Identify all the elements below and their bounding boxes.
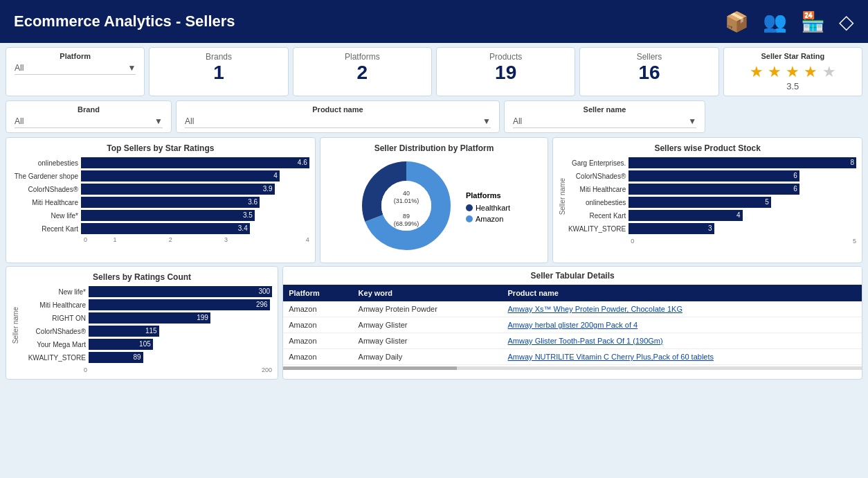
bar-fill: 5 [629, 197, 770, 208]
bar-container: 3 [629, 223, 856, 234]
amazon-legend: Amazon [466, 215, 510, 223]
bar-row: Miti Healthcare 296 [19, 299, 272, 310]
seller-name-vert-label-2: Seller name [12, 307, 19, 344]
store-icon[interactable]: 🏪 [801, 10, 825, 33]
sellers-stock-title: Sellers wise Product Stock [559, 143, 856, 153]
top-sellers-axis: 0 1 2 3 4 [12, 236, 309, 243]
healthkart-dot [466, 204, 473, 211]
platform-filter-label: Platform [15, 52, 136, 60]
star-rating-label: Seller Star Rating [732, 52, 853, 60]
bar-fill: 296 [89, 299, 270, 310]
chevron-down-icon-product: ▼ [482, 116, 491, 126]
products-stat-card: Products 19 [436, 47, 575, 96]
bar-label: ColorNShades® [566, 172, 629, 180]
bar-row: Recent Kart 3.4 [12, 223, 309, 234]
star-display: ★ ★ ★ ★ ★ [732, 63, 853, 81]
bar-row: KWALITY_STORE 89 [19, 352, 272, 363]
seller-name-value: All [513, 116, 522, 126]
product-name-label: Product name [185, 105, 491, 114]
cell-product: Amway Glister Tooth-Past Pack Of 1 (190G… [503, 333, 862, 349]
bar-label: New life* [12, 212, 81, 220]
products-label: Products [445, 52, 566, 62]
ratings-count-content: Seller name New life* 300 Miti Healthcar… [12, 286, 272, 365]
spacer [709, 100, 862, 133]
bar-row: The Gardener shope 4 [12, 170, 309, 182]
col-platform: Platform [283, 285, 352, 301]
bar-value: 4.6 [298, 157, 307, 168]
bar-fill: 115 [89, 326, 159, 337]
top-sellers-title: Top Sellers by Star Ratings [12, 143, 309, 153]
bar-value: 6 [793, 170, 797, 182]
platforms-stat-card: Platforms 2 [293, 47, 432, 96]
product-link[interactable]: Amway herbal glister 200gm Pack of 4 [508, 321, 638, 329]
bar-container: 4 [81, 170, 309, 182]
bar-value: 296 [256, 299, 268, 310]
bar-value: 3 [708, 223, 712, 234]
product-name-select[interactable]: All ▼ [185, 116, 491, 128]
svg-text:40: 40 [403, 190, 410, 197]
bar-value: 6 [793, 184, 797, 195]
star-3: ★ [786, 63, 799, 80]
star-1: ★ [750, 63, 763, 80]
bar-fill: 8 [629, 157, 856, 168]
bar-container: 6 [629, 184, 856, 195]
seller-distribution-title: Seller Distribution by Platform [326, 143, 543, 153]
bar-container: 300 [89, 286, 272, 297]
page-title: Ecommerce Analytics - Sellers [14, 12, 235, 30]
bar-container: 3.4 [81, 223, 309, 234]
bar-fill: 105 [89, 339, 153, 350]
brand-select[interactable]: All ▼ [15, 116, 163, 128]
scroll-track[interactable] [283, 366, 862, 370]
bar-row: onlinebesties 5 [566, 197, 856, 208]
sellers-stock-bars: Garg Enterprises. 8 ColorNShades® 6 Miti… [566, 157, 856, 236]
bar-container: 3.5 [81, 210, 309, 221]
cell-keyword: Amway Protein Powder [353, 301, 503, 317]
col-product: Product name [503, 285, 862, 301]
bar-value: 3.9 [263, 184, 273, 195]
bar-value: 3.6 [248, 197, 257, 208]
healthkart-legend: Healthkart [466, 204, 510, 212]
bar-value: 199 [197, 312, 208, 324]
diamond-icon[interactable]: ◇ [839, 10, 854, 33]
cell-product: Amway Xs™ Whey Protein Powder, Chocolate… [503, 301, 862, 317]
bar-container: 4 [629, 210, 856, 221]
box-icon[interactable]: 📦 [725, 10, 749, 33]
bar-fill: 4.6 [81, 157, 309, 168]
bar-row: Garg Enterprises. 8 [566, 157, 856, 168]
chevron-down-icon-brand: ▼ [154, 116, 163, 126]
seller-table-container: Platform Key word Product name Amazon Am… [283, 285, 862, 365]
bar-label: New life* [19, 288, 89, 296]
product-name-filter-card: Product name All ▼ [176, 100, 500, 133]
bar-value: 3.4 [238, 223, 248, 234]
healthkart-label: Healthkart [476, 204, 510, 212]
seller-name-select[interactable]: All ▼ [513, 116, 696, 128]
sellers-label: Sellers [588, 52, 709, 62]
bar-container: 3.9 [81, 184, 309, 195]
bar-fill: 3.4 [81, 223, 250, 234]
platform-filter-card: Platform All ▼ [6, 47, 145, 96]
donut-svg: 40 (31.01%) 89 (68.99%) [358, 157, 455, 254]
bar-label: Garg Enterprises. [566, 159, 629, 167]
product-link[interactable]: Amway NUTRILITE Vitamin C Cherry Plus,Pa… [508, 353, 714, 361]
scroll-thumb[interactable] [283, 366, 457, 370]
product-link[interactable]: Amway Glister Tooth-Past Pack Of 1 (190G… [508, 337, 663, 345]
bar-row: Your Mega Mart 105 [19, 339, 272, 350]
platforms-value: 2 [302, 62, 423, 84]
platforms-label: Platforms [302, 52, 423, 62]
bar-container: 3.6 [81, 197, 309, 208]
bar-value: 3.5 [243, 210, 253, 221]
bar-container: 4.6 [81, 157, 309, 168]
bar-label: ColorNShades® [19, 328, 89, 335]
bar-row: New life* 300 [19, 286, 272, 297]
bar-label: Your Mega Mart [19, 341, 89, 348]
seller-table-title: Seller Tabular Details [283, 267, 862, 285]
bar-row: RIGHT ON 199 [19, 312, 272, 324]
product-link[interactable]: Amway Xs™ Whey Protein Powder, Chocolate… [508, 305, 683, 313]
platform-select[interactable]: All ▼ [15, 63, 136, 75]
users-icon[interactable]: 👥 [763, 10, 787, 33]
svg-text:89: 89 [403, 213, 410, 220]
ratings-count-bars: New life* 300 Miti Healthcare 296 RIGHT … [19, 286, 272, 365]
brand-value: All [15, 116, 24, 126]
bar-label: onlinebesties [566, 199, 629, 206]
brands-value: 1 [158, 62, 279, 84]
